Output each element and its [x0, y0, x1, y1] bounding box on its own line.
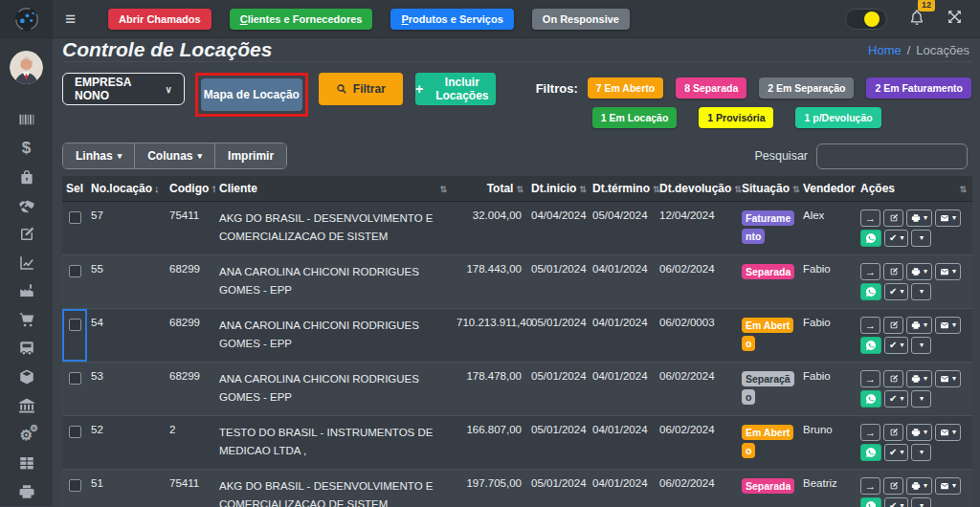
nav-button-produtos-servicos[interactable]: Produtos e Serviços	[390, 9, 513, 30]
email-dropdown-button[interactable]: ▾	[935, 317, 961, 334]
print-dropdown-button[interactable]: ▾	[906, 424, 932, 441]
edit-button[interactable]	[883, 370, 903, 387]
colunas-dropdown-button[interactable]: Colunas ▾	[134, 143, 214, 168]
more-actions-button[interactable]: ▾	[911, 497, 931, 507]
column-header[interactable]: Ações⇅	[857, 176, 972, 202]
column-header[interactable]: Cliente⇅	[215, 176, 453, 202]
email-dropdown-button[interactable]: ▾	[935, 477, 961, 495]
whatsapp-button[interactable]	[860, 390, 881, 408]
whatsapp-button[interactable]	[860, 444, 881, 461]
edit-button[interactable]	[883, 317, 903, 334]
whatsapp-button[interactable]	[860, 230, 881, 247]
print-dropdown-button[interactable]: ▾	[906, 477, 932, 495]
search-input[interactable]	[816, 143, 968, 169]
open-button[interactable]: →	[860, 209, 880, 227]
nav-button-on-responsive[interactable]: On Responsive	[532, 9, 630, 30]
sort-icon[interactable]: ⇅	[734, 185, 742, 194]
map-locacao-button[interactable]: Mapa de Locação	[201, 78, 302, 111]
sidebar-item-production[interactable]	[0, 277, 53, 306]
linhas-dropdown-button[interactable]: Linhas ▾	[63, 143, 134, 168]
confirm-dropdown-button[interactable]: ✔ ▾	[884, 444, 908, 461]
app-logo[interactable]	[0, 0, 53, 37]
filter-badge[interactable]: 8 Separada	[676, 77, 746, 99]
user-avatar[interactable]	[10, 51, 43, 84]
email-dropdown-button[interactable]: ▾	[935, 263, 961, 280]
sort-icon[interactable]: ⇅	[579, 185, 587, 194]
sidebar-item-tables[interactable]	[0, 449, 53, 477]
table-row[interactable]: 52 2 TESTO DO BRASIL - INSTRUMENTOS DE M…	[62, 416, 972, 470]
sidebar-item-financial[interactable]: $	[0, 134, 53, 163]
sidebar-item-sales[interactable]	[0, 305, 53, 334]
open-button[interactable]: →	[860, 477, 880, 495]
more-actions-button[interactable]: ▾	[911, 390, 931, 408]
column-header[interactable]: Dt.inicio⇅	[527, 176, 589, 202]
email-dropdown-button[interactable]: ▾	[935, 209, 961, 227]
column-header[interactable]: Vendedor⇅	[799, 176, 857, 202]
row-checkbox[interactable]	[69, 265, 81, 277]
print-dropdown-button[interactable]: ▾	[906, 370, 932, 387]
print-dropdown-button[interactable]: ▾	[906, 263, 932, 280]
row-checkbox[interactable]	[69, 319, 81, 331]
row-checkbox[interactable]	[69, 426, 81, 438]
menu-toggle-button[interactable]: ≡	[65, 10, 76, 28]
sidebar-item-inventory[interactable]	[0, 363, 53, 391]
edit-button[interactable]	[883, 263, 903, 280]
filter-badge[interactable]: 7 Em Aberto	[588, 77, 663, 99]
column-header[interactable]: Situação⇅	[738, 176, 799, 202]
breadcrumb-home-link[interactable]: Home	[868, 43, 902, 57]
more-actions-button[interactable]: ▾	[911, 337, 931, 354]
imprimir-button[interactable]: Imprimir	[214, 143, 286, 168]
notifications-button[interactable]: 12	[908, 8, 925, 31]
sort-desc-icon[interactable]: ↓	[154, 183, 160, 194]
confirm-dropdown-button[interactable]: ✔ ▾	[884, 283, 908, 300]
table-row[interactable]: 54 68299 ANA CAROLINA CHICONI RODRIGUES …	[62, 309, 972, 363]
more-actions-button[interactable]: ▾	[911, 230, 931, 247]
column-header[interactable]: Codigo⇅	[166, 176, 215, 202]
sidebar-item-orders[interactable]	[0, 220, 53, 249]
column-header[interactable]: Sel	[62, 176, 87, 202]
confirm-dropdown-button[interactable]: ✔ ▾	[884, 497, 908, 507]
sidebar-item-barcode[interactable]	[0, 105, 53, 134]
nav-button-abrir-chamados[interactable]: Abrir Chamados	[108, 9, 212, 30]
sidebar-item-fiscal[interactable]	[0, 391, 53, 420]
column-header[interactable]: Dt.devolução⇅	[656, 176, 738, 202]
confirm-dropdown-button[interactable]: ✔ ▾	[884, 230, 908, 247]
sidebar-item-partners[interactable]	[0, 191, 53, 220]
whatsapp-button[interactable]	[860, 283, 881, 300]
email-dropdown-button[interactable]: ▾	[935, 370, 961, 387]
print-dropdown-button[interactable]: ▾	[906, 209, 932, 227]
more-actions-button[interactable]: ▾	[911, 283, 931, 300]
sidebar-item-products[interactable]	[0, 163, 53, 191]
email-dropdown-button[interactable]: ▾	[935, 424, 961, 441]
company-select[interactable]: EMPRESA NONO ∨	[62, 73, 185, 105]
include-locacoes-button[interactable]: + Incluir Locações	[415, 73, 496, 105]
table-row[interactable]: 53 68299 ANA CAROLINA CHICONI RODRIGUES …	[62, 363, 972, 416]
filter-badge[interactable]: 1 p/Devolução	[795, 107, 880, 128]
row-checkbox[interactable]	[69, 479, 81, 492]
column-header[interactable]: No.locação↓	[87, 176, 166, 202]
row-checkbox[interactable]	[69, 211, 81, 224]
sort-icon[interactable]: ⇅	[439, 185, 447, 194]
sidebar-item-reports[interactable]	[0, 249, 53, 277]
whatsapp-button[interactable]	[860, 337, 881, 354]
print-dropdown-button[interactable]: ▾	[906, 317, 932, 334]
theme-toggle[interactable]	[845, 9, 887, 30]
column-header[interactable]: Total⇅	[453, 176, 527, 202]
table-row[interactable]: 57 75411 AKG DO BRASIL - DESENVOLVIMENTO…	[62, 202, 972, 255]
edit-button[interactable]	[883, 209, 903, 227]
sort-icon[interactable]: ⇅	[792, 185, 800, 194]
sidebar-item-shipping[interactable]	[0, 334, 53, 363]
table-row[interactable]: 51 75411 AKG DO BRASIL - DESENVOLVIMENTO…	[62, 470, 972, 507]
filter-badge[interactable]: 1 Provisória	[699, 107, 773, 128]
edit-button[interactable]	[883, 424, 903, 441]
filter-badge[interactable]: 2 Em Faturamento	[866, 77, 971, 99]
confirm-dropdown-button[interactable]: ✔ ▾	[884, 337, 908, 354]
sidebar-item-print[interactable]	[0, 477, 53, 506]
filter-badge[interactable]: 2 Em Separação	[759, 77, 854, 99]
confirm-dropdown-button[interactable]: ✔ ▾	[884, 390, 908, 408]
table-row[interactable]: 55 68299 ANA CAROLINA CHICONI RODRIGUES …	[62, 255, 972, 309]
sort-icon[interactable]: ⇅	[959, 185, 967, 194]
row-checkbox[interactable]	[69, 372, 81, 385]
sort-icon[interactable]: ⇅	[516, 185, 523, 194]
open-button[interactable]: →	[860, 424, 880, 441]
